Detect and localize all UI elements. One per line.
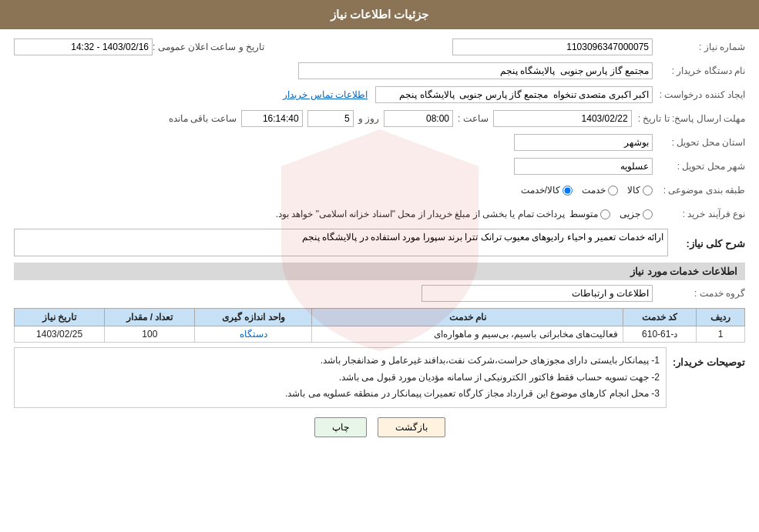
purchase-type-medium: متوسط — [569, 209, 610, 219]
deadline-time-field[interactable] — [384, 110, 453, 127]
deadline-days-label: روز و — [358, 113, 379, 124]
purchase-type-radio-partial[interactable] — [643, 209, 653, 219]
category-option-goods: کالا — [627, 185, 653, 196]
category-radio-service[interactable] — [608, 186, 618, 196]
deadline-label: مهلت ارسال پاسخ: تا تاریخ : — [632, 113, 745, 124]
category-radio-group: کالا خدمت کالا/خدمت — [521, 185, 653, 196]
cell-row-num: 1 — [697, 326, 745, 343]
deadline-days-field[interactable] — [307, 110, 354, 127]
purchase-type-notice: پرداخت تمام یا بخشی از مبلغ خریدار از مح… — [276, 209, 565, 219]
city-row: شهر محل تحویل : — [14, 156, 745, 176]
category-radio-goods[interactable] — [643, 186, 653, 196]
purchase-type-radio-medium[interactable] — [600, 209, 610, 219]
buyer-notes-box: 1- پیمانکار بایستی دارای مجوزهای حراست،ش… — [14, 347, 667, 408]
page-header: جزئیات اطلاعات نیاز — [0, 0, 759, 29]
province-row: استان محل تحویل : — [14, 132, 745, 152]
buyer-org-row: نام دستگاه خریدار : — [14, 61, 745, 81]
service-section-title: اطلاعات خدمات مورد نیاز — [14, 263, 745, 280]
service-group-row: گروه خدمت : — [14, 283, 745, 303]
col-qty: تعداد / مقدار — [105, 309, 195, 326]
table-row: 1 د-61-610 فعالیت‌های مخابراتی باسیم، بی… — [15, 326, 745, 343]
purchase-type-label: نوع فرآیند خرید : — [653, 209, 745, 219]
description-textarea[interactable] — [14, 229, 668, 256]
deadline-remaining-field[interactable] — [241, 110, 303, 127]
city-label: شهر محل تحویل : — [653, 161, 745, 172]
buyer-org-label: نام دستگاه خریدار : — [653, 65, 745, 76]
service-group-field[interactable] — [421, 285, 653, 302]
province-field[interactable] — [514, 134, 653, 151]
deadline-date-field[interactable] — [493, 110, 632, 127]
services-table-wrapper: ردیف کد خدمت نام خدمت واحد اندازه گیری ت… — [14, 308, 745, 343]
need-number-label: شماره نیاز : — [653, 42, 745, 52]
buyer-note-line: 3- محل انجام کارهای موضوع این قرارداد مج… — [21, 386, 660, 403]
province-label: استان محل تحویل : — [653, 137, 745, 148]
description-section-row: شرح کلی نیاز: — [14, 229, 745, 256]
page-title: جزئیات اطلاعات نیاز — [331, 8, 428, 21]
col-service-name: نام خدمت — [312, 309, 623, 326]
purchase-type-partial-label: جزیی — [620, 209, 640, 219]
deadline-row: مهلت ارسال پاسخ: تا تاریخ : ساعت : روز و… — [14, 109, 745, 129]
service-group-label: گروه خدمت : — [653, 288, 745, 299]
buyer-notes-row: توصیحات خریدار: 1- پیمانکار بایستی دارای… — [14, 347, 745, 408]
description-section-label: شرح کلی نیاز: — [668, 235, 745, 253]
buyer-note-line: 1- پیمانکار بایستی دارای مجوزهای حراست،ش… — [21, 353, 660, 370]
category-row: طبقه بندی موضوعی : کالا خدمت کالا/خدمت — [14, 180, 745, 200]
deadline-time-label: ساعت : — [458, 113, 489, 124]
purchase-type-medium-label: متوسط — [569, 209, 598, 219]
announce-label: تاریخ و ساعت اعلان عمومی : — [153, 42, 264, 52]
col-service-code: کد خدمت — [623, 309, 697, 326]
cell-code: د-61-610 — [623, 326, 697, 343]
col-date: تاریخ نیاز — [15, 309, 105, 326]
creator-field[interactable] — [375, 86, 653, 103]
button-row: بازگشت چاپ — [14, 417, 745, 437]
category-label: طبقه بندی موضوعی : — [653, 185, 745, 196]
services-table: ردیف کد خدمت نام خدمت واحد اندازه گیری ت… — [14, 308, 745, 343]
need-number-row: شماره نیاز : تاریخ و ساعت اعلان عمومی : — [14, 37, 745, 57]
category-both-label: کالا/خدمت — [521, 185, 560, 196]
announce-date-field[interactable] — [14, 38, 153, 55]
deadline-remaining-label: ساعت باقی مانده — [169, 113, 237, 124]
buyer-note-line: 2- جهت تسویه حساب فقط فاکتور الکترونیکی … — [21, 370, 660, 386]
buyer-notes-label: توصیحات خریدار: — [667, 353, 745, 371]
creator-row: ایجاد کننده درخواست : اطلاعات تماس خریدا… — [14, 85, 745, 105]
col-row-num: ردیف — [697, 309, 745, 326]
col-unit: واحد اندازه گیری — [195, 309, 312, 326]
creator-contact-link[interactable]: اطلاعات تماس خریدار — [283, 89, 368, 100]
page-wrapper: جزئیات اطلاعات نیاز شماره نیاز : تاریخ و… — [0, 0, 759, 532]
buyer-org-field[interactable] — [298, 62, 653, 79]
category-option-both: کالا/خدمت — [521, 185, 573, 196]
purchase-type-partial: جزیی — [620, 209, 653, 219]
need-number-field[interactable] — [452, 38, 653, 55]
creator-label: ایجاد کننده درخواست : — [653, 89, 745, 100]
back-button[interactable]: بازگشت — [378, 417, 445, 437]
category-option-service: خدمت — [582, 185, 618, 196]
category-service-label: خدمت — [582, 185, 606, 196]
cell-unit: دستگاه — [195, 326, 312, 343]
category-goods-label: کالا — [627, 185, 640, 196]
category-radio-both[interactable] — [563, 186, 573, 196]
print-button[interactable]: چاپ — [314, 417, 367, 437]
purchase-type-radio-group: جزیی متوسط — [569, 209, 653, 219]
city-field[interactable] — [514, 158, 653, 175]
purchase-type-row: نوع فرآیند خرید : جزیی متوسط پرداخت تمام… — [14, 204, 745, 224]
cell-date: 1403/02/25 — [15, 326, 105, 343]
content-area: شماره نیاز : تاریخ و ساعت اعلان عمومی : … — [0, 29, 759, 451]
cell-qty: 100 — [105, 326, 195, 343]
cell-name: فعالیت‌های مخابراتی باسیم، بی‌سیم و ماهو… — [312, 326, 623, 343]
